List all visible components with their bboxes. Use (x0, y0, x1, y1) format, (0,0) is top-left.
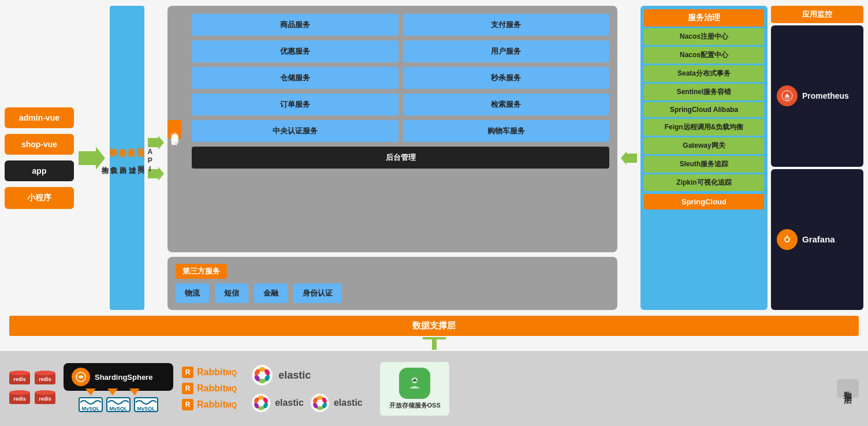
svg-text:MySQL: MySQL (109, 406, 128, 412)
top-area: admin-vue shop-vue app 小程序 限流 鉴权 熔断 (0, 0, 868, 313)
gov-zipkin: Zipkin可视化追踪 (644, 174, 764, 191)
svg-point-61 (317, 400, 323, 406)
client-admin-vue: admin-vue (5, 107, 74, 128)
rabbitmq-2-label: RabbitMQ (197, 383, 237, 394)
svg-text:redis: redis (39, 376, 51, 382)
sharding-arrows (85, 388, 140, 395)
svg-marker-1 (148, 136, 164, 150)
svg-text:redis: redis (13, 376, 26, 382)
elastic-section: elastic elastic (245, 364, 372, 413)
service-order: 订单服务 (192, 94, 398, 115)
svg-point-8 (785, 238, 789, 241)
oss-icon (399, 368, 430, 399)
svg-point-45 (259, 372, 266, 379)
third-party-items: 物流 短信 金融 身份认证 (176, 283, 609, 303)
svg-text:R: R (185, 368, 191, 376)
gov-feign: Feign远程调用&负载均衡 (644, 119, 764, 136)
gov-gateway: Gateway网关 (644, 137, 764, 154)
governance-title: 服务治理 (644, 9, 764, 27)
elastic-23-row: elastic elastic (251, 393, 372, 413)
svg-text:redis: redis (39, 396, 51, 402)
redis-instance-4: redis (35, 390, 55, 406)
gov-seata: Seata分布式事务 (644, 65, 764, 82)
data-layer-label: 数据层 (837, 379, 859, 398)
gateway-bottom-text: API网关过滤路由负载均衡 (100, 148, 154, 174)
mysql-1: MySQL (78, 394, 103, 414)
data-support-bar: 数据支撑层 (9, 316, 859, 336)
client-label: shop-vue (21, 140, 57, 149)
gov-to-biz-arrow (621, 6, 637, 310)
sharding-logo-box: ShardingSphere (64, 363, 173, 391)
elastic-3-label: elastic (334, 398, 363, 408)
business-services-box: 业务微服务群 商品服务 支付服务 优惠服务 用户服务 仓储服务 秒杀服务 订单服… (167, 6, 617, 252)
rabbitmq-1-label: RabbitMQ (197, 367, 237, 378)
svg-point-53 (258, 400, 265, 406)
elastic-2-label: elastic (275, 398, 304, 408)
mysql-group: MySQL MySQL MySQL (64, 394, 173, 414)
svg-marker-24 (107, 388, 118, 395)
sharding-icon (72, 368, 90, 386)
tp-auth: 身份认证 (293, 283, 342, 303)
rabbitmq-3-label: RabbitMQ (197, 399, 237, 410)
data-layer-area: redis redis redis (0, 351, 868, 426)
redis-instance-1: redis (9, 371, 30, 387)
svg-text:R: R (185, 384, 191, 393)
data-support-arrow (0, 336, 868, 351)
gateway-top-labels: 限流 鉴权 熔断 降级 (109, 142, 145, 144)
redis-cluster: redis redis redis (9, 371, 55, 406)
service-admin: 后台管理 (192, 147, 609, 169)
elastic-2: elastic (251, 393, 304, 413)
third-party-box: 第三方服务 物流 短信 金融 身份认证 (167, 257, 617, 310)
client-shop-vue: shop-vue (5, 134, 74, 155)
mysql-3: MySQL (133, 394, 159, 414)
grafana-icon (777, 229, 798, 250)
tp-sms: 短信 (215, 283, 248, 303)
prometheus-label: Prometheus (802, 91, 849, 100)
gov-nacos-registry: Nacos注册中心 (644, 28, 764, 45)
gov-springcloud-alibaba: SpringCloud Alibaba (644, 102, 764, 117)
redis-instance-2: redis (35, 371, 55, 387)
governance-container: 服务治理 Nacos注册中心 Nacos配置中心 Seata分布式事务 Sent… (640, 6, 768, 310)
service-cart: 购物车服务 (403, 120, 610, 142)
oss-box: 开放存储服务OSS (380, 362, 449, 416)
svg-marker-25 (129, 388, 140, 395)
client-apps-column: admin-vue shop-vue app 小程序 (5, 6, 74, 310)
rabbitmq-section: R RabbitMQ R RabbitMQ R RabbitMQ (181, 366, 237, 411)
business-label: 业务微服务群 (167, 120, 181, 139)
elastic-1-label: elastic (278, 369, 311, 382)
svg-marker-9 (423, 337, 446, 350)
gov-sentinel: Sentinel服务容错 (644, 84, 764, 100)
svg-point-20 (35, 390, 55, 395)
service-search: 检索服务 (403, 94, 610, 115)
service-goods: 商品服务 (192, 14, 398, 36)
elastic-1: elastic (251, 364, 372, 387)
client-app: app (5, 160, 74, 181)
service-auth: 中央认证服务 (192, 120, 398, 142)
sharding-text: ShardingSphere (95, 373, 152, 382)
monitoring-title: 应用监控 (771, 6, 863, 23)
redis-instance-3: redis (9, 390, 30, 406)
elastic-3: elastic (310, 393, 363, 413)
client-label: app (32, 166, 47, 175)
mysql-2: MySQL (106, 394, 131, 414)
third-party-label: 第三方服务 (176, 264, 227, 279)
services-grid: 商品服务 支付服务 优惠服务 用户服务 仓储服务 秒杀服务 订单服务 检索服务 … (192, 14, 609, 169)
svg-marker-3 (621, 151, 637, 165)
client-mini-program: 小程序 (5, 187, 74, 209)
rabbitmq-3: R RabbitMQ (181, 398, 237, 411)
svg-text:MySQL: MySQL (81, 406, 100, 412)
governance-bottom: SpringCloud (644, 194, 764, 210)
rabbitmq-1: R RabbitMQ (181, 366, 237, 379)
main-wrapper: admin-vue shop-vue app 小程序 限流 鉴权 熔断 (0, 0, 868, 426)
tp-logistics: 物流 (176, 283, 209, 303)
service-seckill: 秒杀服务 (403, 67, 610, 89)
svg-text:redis: redis (13, 396, 26, 402)
svg-point-17 (9, 390, 30, 395)
svg-point-14 (35, 371, 55, 375)
grafana-box: Grafana (771, 169, 863, 311)
service-pay: 支付服务 (403, 14, 610, 36)
monitoring-column: 应用监控 Prometheus (771, 6, 863, 310)
prometheus-icon (777, 85, 798, 106)
right-section: 服务治理 Nacos注册中心 Nacos配置中心 Seata分布式事务 Sent… (640, 6, 863, 310)
svg-marker-23 (85, 388, 96, 395)
